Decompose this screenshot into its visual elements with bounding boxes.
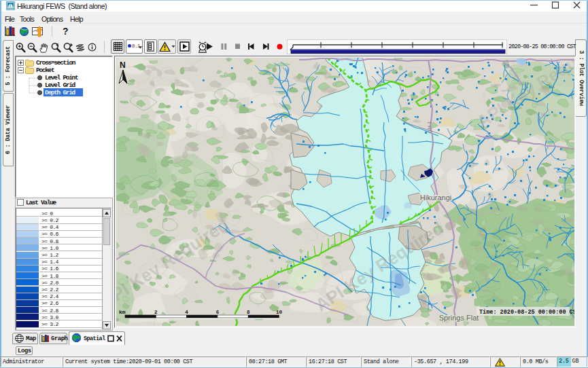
svg-text:4: 4 [185, 310, 188, 315]
svg-text:Hikurangi: Hikurangi [420, 194, 451, 202]
svg-text:SH 1: SH 1 [426, 121, 432, 133]
svg-text:10: 10 [276, 310, 283, 315]
svg-text:Time: 2020-08-25 00:00:00 CST: Time: 2020-08-25 00:00:00 CST [479, 309, 574, 316]
svg-text:N: N [120, 60, 126, 70]
svg-text:6: 6 [216, 310, 220, 315]
svg-text:km: km [119, 309, 126, 315]
svg-text:2: 2 [154, 310, 158, 315]
svg-text:Springs Flat: Springs Flat [439, 314, 479, 322]
svg-text:8: 8 [247, 310, 250, 315]
